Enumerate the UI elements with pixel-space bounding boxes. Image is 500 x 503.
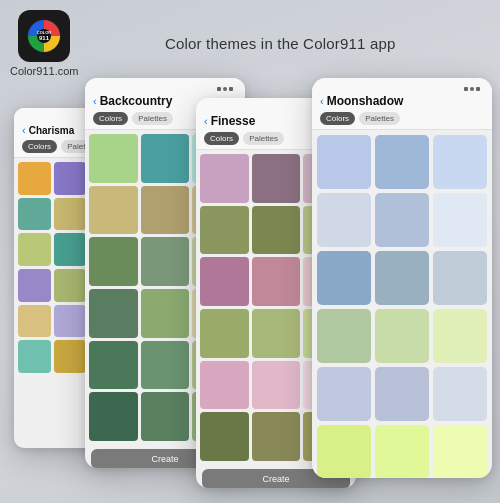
moonshadow-tabs: Colors Palettes [320, 112, 484, 125]
back-arrow-moonshadow[interactable]: ‹ [320, 95, 324, 107]
bc-swatch-17[interactable] [141, 392, 190, 441]
moonshadow-colors-grid [312, 130, 492, 478]
screens-area: ‹ Charisma Colors Palettes [0, 78, 500, 503]
charisma-swatch-1[interactable] [18, 162, 51, 195]
ms-swatch-1[interactable] [317, 135, 371, 189]
fn-swatch-11[interactable] [252, 309, 301, 358]
charisma-swatch-10[interactable] [18, 269, 51, 302]
charisma-swatch-17[interactable] [54, 340, 87, 373]
back-arrow-finesse[interactable]: ‹ [204, 115, 208, 127]
ms-swatch-15[interactable] [433, 367, 487, 421]
bc-swatch-14[interactable] [141, 341, 190, 390]
ms-swatch-18[interactable] [433, 425, 487, 478]
finesse-colors-tab[interactable]: Colors [204, 132, 239, 145]
bc-swatch-13[interactable] [89, 341, 138, 390]
charisma-colors-tab[interactable]: Colors [22, 140, 57, 153]
bc-swatch-16[interactable] [89, 392, 138, 441]
charisma-swatch-2[interactable] [54, 162, 87, 195]
ms-swatch-2[interactable] [375, 135, 429, 189]
fn-swatch-14[interactable] [252, 361, 301, 410]
top-bar: COLOR 911 Color911.com Color themes in t… [0, 0, 500, 83]
ms-swatch-4[interactable] [317, 193, 371, 247]
moonshadow-palettes-tab[interactable]: Palettes [359, 112, 400, 125]
moonshadow-header: ‹ Moonshadow Colors Palettes [312, 78, 492, 130]
svg-text:911: 911 [39, 35, 50, 41]
fn-swatch-7[interactable] [200, 257, 249, 306]
moonshadow-colors-tab[interactable]: Colors [320, 112, 355, 125]
backcountry-colors-tab[interactable]: Colors [93, 112, 128, 125]
fn-swatch-1[interactable] [200, 154, 249, 203]
background: COLOR 911 Color911.com Color themes in t… [0, 0, 500, 503]
screen-moonshadow: ‹ Moonshadow Colors Palettes [312, 78, 492, 478]
ms-swatch-10[interactable] [317, 309, 371, 363]
ms-swatch-13[interactable] [317, 367, 371, 421]
bc-swatch-5[interactable] [141, 186, 190, 235]
bc-swatch-1[interactable] [89, 134, 138, 183]
fn-swatch-8[interactable] [252, 257, 301, 306]
bc-swatch-8[interactable] [141, 237, 190, 286]
charisma-title: Charisma [29, 125, 75, 136]
fn-swatch-5[interactable] [252, 206, 301, 255]
bc-swatch-2[interactable] [141, 134, 190, 183]
ms-swatch-7[interactable] [317, 251, 371, 305]
bc-swatch-7[interactable] [89, 237, 138, 286]
ms-swatch-6[interactable] [433, 193, 487, 247]
ms-swatch-3[interactable] [433, 135, 487, 189]
ms-swatch-14[interactable] [375, 367, 429, 421]
ms-swatch-16[interactable] [317, 425, 371, 478]
bc-swatch-4[interactable] [89, 186, 138, 235]
ms-swatch-12[interactable] [433, 309, 487, 363]
charisma-swatch-14[interactable] [54, 305, 87, 338]
ms-swatch-5[interactable] [375, 193, 429, 247]
charisma-swatch-13[interactable] [18, 305, 51, 338]
charisma-swatch-16[interactable] [18, 340, 51, 373]
app-logo: COLOR 911 [18, 10, 70, 62]
logo-wrap: COLOR 911 Color911.com [10, 10, 78, 77]
fn-swatch-16[interactable] [200, 412, 249, 461]
headline: Color themes in the Color911 app [78, 35, 482, 52]
backcountry-title: Backcountry [100, 94, 173, 108]
finesse-title: Finesse [211, 114, 256, 128]
fn-swatch-4[interactable] [200, 206, 249, 255]
ms-swatch-17[interactable] [375, 425, 429, 478]
charisma-swatch-4[interactable] [18, 198, 51, 231]
ms-swatch-11[interactable] [375, 309, 429, 363]
back-arrow-charisma[interactable]: ‹ [22, 124, 26, 136]
bc-swatch-11[interactable] [141, 289, 190, 338]
finesse-palettes-tab[interactable]: Palettes [243, 132, 284, 145]
bc-swatch-10[interactable] [89, 289, 138, 338]
charisma-swatch-5[interactable] [54, 198, 87, 231]
fn-swatch-2[interactable] [252, 154, 301, 203]
charisma-swatch-7[interactable] [18, 233, 51, 266]
moonshadow-title: Moonshadow [327, 94, 404, 108]
charisma-swatch-11[interactable] [54, 269, 87, 302]
backcountry-palettes-tab[interactable]: Palettes [132, 112, 173, 125]
fn-swatch-13[interactable] [200, 361, 249, 410]
back-arrow-backcountry[interactable]: ‹ [93, 95, 97, 107]
ms-swatch-9[interactable] [433, 251, 487, 305]
logo-text: Color911.com [10, 65, 78, 77]
ms-swatch-8[interactable] [375, 251, 429, 305]
fn-swatch-17[interactable] [252, 412, 301, 461]
charisma-swatch-8[interactable] [54, 233, 87, 266]
fn-swatch-10[interactable] [200, 309, 249, 358]
